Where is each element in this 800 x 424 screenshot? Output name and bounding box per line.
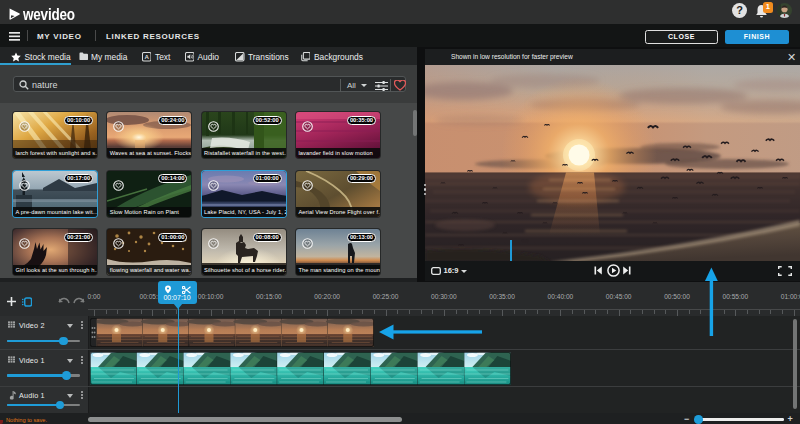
svg-text:A: A [144, 53, 149, 60]
